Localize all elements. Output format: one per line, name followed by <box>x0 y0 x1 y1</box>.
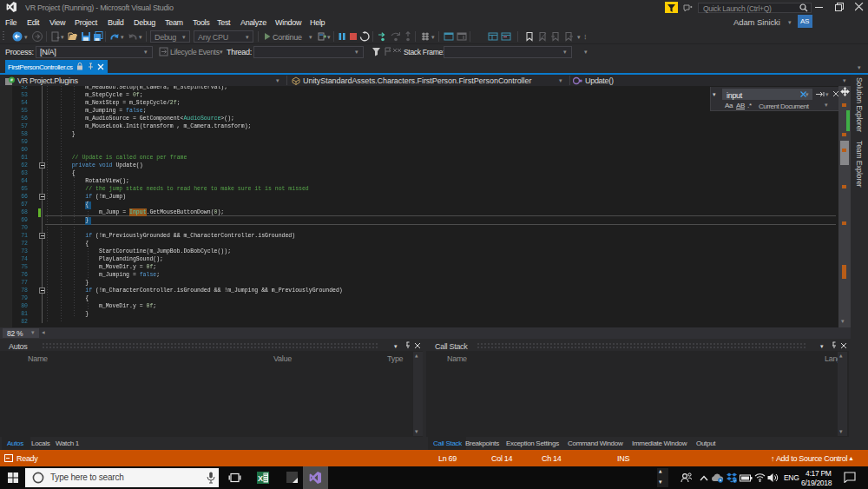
svg-text:X: X <box>258 474 263 483</box>
svg-text:#: # <box>10 77 13 83</box>
